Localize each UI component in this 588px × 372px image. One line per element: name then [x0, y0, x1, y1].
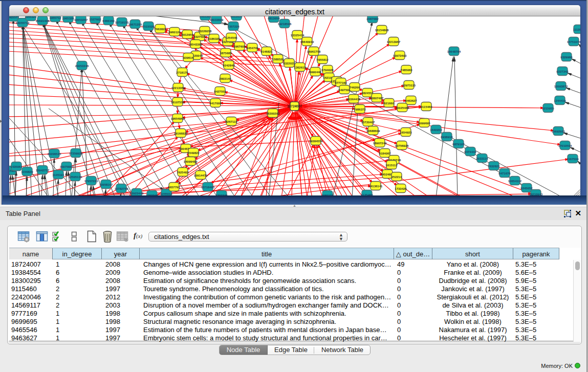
- svg-text:9245012: 9245012: [160, 192, 172, 195]
- svg-text:1733426: 1733426: [395, 187, 407, 190]
- svg-text:16107553: 16107553: [171, 101, 185, 104]
- svg-text:18907249: 18907249: [373, 142, 387, 145]
- svg-text:15692921: 15692921: [552, 130, 565, 133]
- svg-text:8990448: 8990448: [309, 71, 321, 74]
- svg-text:8813051: 8813051: [230, 16, 243, 18]
- svg-text:20053346: 20053346: [75, 64, 89, 68]
- svg-text:19166825: 19166825: [174, 132, 188, 135]
- svg-text:746266: 746266: [350, 86, 360, 89]
- svg-text:18300293: 18300293: [266, 112, 280, 115]
- svg-text:9329966: 9329966: [560, 56, 573, 59]
- svg-text:2803144: 2803144: [219, 77, 231, 80]
- svg-text:1603381: 1603381: [199, 16, 211, 18]
- svg-text:1292345: 1292345: [146, 194, 158, 196]
- svg-text:6879197: 6879197: [452, 143, 465, 146]
- svg-text:8186328: 8186328: [208, 37, 220, 40]
- svg-text:18724007: 18724007: [287, 104, 302, 108]
- svg-text:1362615: 1362615: [294, 66, 306, 69]
- svg-text:19654963: 19654963: [171, 117, 185, 120]
- svg-text:1955712: 1955712: [49, 16, 61, 19]
- svg-text:20206535: 20206535: [48, 152, 61, 156]
- svg-text:7357224: 7357224: [227, 25, 239, 28]
- svg-text:1654923: 1654923: [400, 131, 412, 134]
- svg-text:1244419: 1244419: [554, 99, 566, 102]
- svg-text:20691406: 20691406: [36, 19, 50, 23]
- svg-text:9135468: 9135468: [361, 193, 373, 196]
- svg-text:12093872: 12093872: [554, 85, 568, 88]
- svg-text:1145191: 1145191: [52, 173, 64, 177]
- svg-text:16640910: 16640910: [300, 40, 314, 43]
- svg-text:30975887: 30975887: [60, 165, 74, 168]
- svg-text:1588520: 1588520: [272, 58, 284, 61]
- svg-text:16154808: 16154808: [375, 29, 389, 32]
- svg-text:9115460: 9115460: [420, 105, 432, 108]
- svg-text:17359928: 17359928: [69, 152, 83, 155]
- svg-text:1167534: 1167534: [567, 158, 579, 161]
- svg-text:1640954: 1640954: [430, 128, 442, 132]
- svg-text:6466160: 6466160: [102, 19, 115, 23]
- svg-text:16671355: 16671355: [128, 23, 142, 26]
- svg-text:9242848: 9242848: [223, 64, 235, 67]
- svg-text:2967608: 2967608: [233, 45, 246, 48]
- svg-text:9184067: 9184067: [379, 152, 391, 155]
- svg-text:2933114: 2933114: [476, 157, 488, 160]
- svg-text:8454749: 8454749: [246, 47, 258, 50]
- svg-text:10025488: 10025488: [396, 106, 409, 110]
- svg-text:1081123: 1081123: [321, 194, 334, 196]
- svg-text:15720407: 15720407: [361, 121, 375, 124]
- svg-text:17957223: 17957223: [84, 180, 98, 183]
- svg-text:10914479: 10914479: [194, 174, 208, 177]
- svg-text:16961758: 16961758: [307, 50, 321, 53]
- svg-text:3215955: 3215955: [542, 107, 554, 110]
- svg-text:20364436: 20364436: [347, 98, 361, 101]
- svg-text:1615112: 1615112: [385, 164, 398, 167]
- svg-text:12505135: 12505135: [69, 176, 82, 179]
- svg-text:939616: 939616: [183, 56, 194, 59]
- svg-text:621660: 621660: [384, 102, 395, 105]
- svg-text:7955812: 7955812: [316, 58, 329, 61]
- svg-text:10756928: 10756928: [395, 144, 409, 147]
- svg-text:2718176: 2718176: [176, 71, 188, 74]
- svg-text:7485063: 7485063: [400, 69, 412, 72]
- svg-text:7625402: 7625402: [177, 171, 189, 174]
- svg-text:1405571: 1405571: [9, 16, 19, 19]
- svg-text:13325419: 13325419: [291, 34, 304, 37]
- svg-text:7663822: 7663822: [154, 28, 166, 31]
- svg-text:12923448: 12923448: [130, 192, 144, 195]
- svg-text:14136141: 14136141: [369, 185, 383, 188]
- svg-text:3875685: 3875685: [220, 52, 232, 55]
- svg-text:19218506: 19218506: [278, 23, 292, 26]
- svg-text:8322037: 8322037: [283, 62, 295, 65]
- svg-text:9474444: 9474444: [464, 150, 476, 154]
- svg-text:6794028: 6794028: [321, 69, 334, 72]
- svg-text:8938918: 8938918: [441, 136, 453, 139]
- svg-text:12975115: 12975115: [402, 84, 416, 87]
- svg-text:1292345: 1292345: [215, 194, 228, 196]
- svg-text:2087682: 2087682: [366, 17, 379, 20]
- svg-text:13226058: 13226058: [198, 30, 212, 33]
- svg-text:1065326: 1065326: [62, 17, 74, 20]
- svg-text:1112803: 1112803: [573, 28, 580, 31]
- svg-text:12213369: 12213369: [171, 86, 185, 90]
- svg-text:10654112: 10654112: [508, 180, 522, 183]
- svg-text:9227342: 9227342: [556, 70, 569, 73]
- svg-text:9657791: 9657791: [168, 186, 180, 189]
- svg-text:15716485: 15716485: [201, 186, 215, 189]
- svg-text:7515526: 7515526: [142, 25, 155, 28]
- svg-text:12213967: 12213967: [387, 40, 401, 43]
- svg-text:10653267: 10653267: [74, 18, 88, 21]
- svg-text:9777169: 9777169: [335, 81, 347, 84]
- svg-text:1055321: 1055321: [25, 16, 37, 18]
- svg-text:5549822: 5549822: [187, 151, 200, 155]
- svg-text:10958167: 10958167: [99, 183, 113, 186]
- svg-text:14055712: 14055712: [16, 21, 30, 25]
- svg-text:1435061: 1435061: [10, 165, 23, 168]
- svg-text:7632821: 7632821: [488, 165, 500, 168]
- svg-text:16648784: 16648784: [447, 50, 461, 53]
- svg-text:10807487: 10807487: [370, 97, 384, 100]
- svg-text:1254546: 1254546: [225, 36, 237, 39]
- svg-text:16033809: 16033809: [210, 18, 224, 21]
- svg-text:8471676: 8471676: [498, 172, 511, 175]
- svg-text:252214: 252214: [391, 176, 402, 179]
- svg-text:10973493: 10973493: [393, 54, 407, 57]
